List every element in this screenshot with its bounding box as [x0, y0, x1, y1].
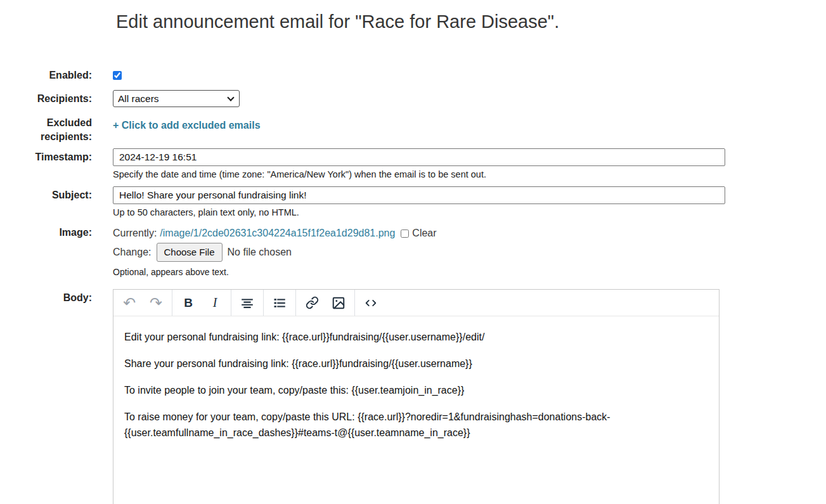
- recipients-label: Recipients:: [0, 90, 92, 106]
- body-label: Body:: [0, 289, 92, 305]
- bold-icon: B: [184, 296, 193, 310]
- recipients-select[interactable]: All racers: [113, 90, 240, 107]
- image-icon: [332, 296, 345, 310]
- add-excluded-emails-link[interactable]: + Click to add excluded emails: [113, 116, 261, 131]
- bullet-list-icon: [273, 296, 287, 310]
- image-change-text: Change:: [113, 245, 152, 260]
- timestamp-help-text: Specify the date and time (time zone: "A…: [113, 169, 725, 179]
- page-title: Edit announcement email for "Race for Ra…: [116, 9, 826, 34]
- redo-button[interactable]: ↷: [143, 293, 169, 313]
- recipients-row: Recipients: All racers: [0, 90, 826, 107]
- body-row: Body: ↶ ↷ B I: [0, 289, 826, 504]
- subject-label: Subject:: [0, 186, 92, 202]
- undo-button[interactable]: ↶: [116, 293, 143, 313]
- undo-icon: ↶: [123, 295, 136, 311]
- choose-file-button[interactable]: Choose File: [157, 243, 223, 262]
- body-rich-text-editor: ↶ ↷ B I: [113, 289, 720, 504]
- bold-button[interactable]: B: [175, 293, 202, 313]
- image-row: Image: Currently: /image/1/2cde02631c304…: [0, 226, 826, 280]
- body-editor-content[interactable]: Edit your personal fundraising link: {{r…: [113, 316, 719, 441]
- subject-row: Subject: Up to 50 characters, plain text…: [0, 186, 826, 217]
- insert-image-button[interactable]: [325, 293, 352, 313]
- toolbar-group-code: [355, 290, 387, 316]
- body-paragraph: To invite people to join your team, copy…: [124, 382, 707, 398]
- timestamp-row: Timestamp: Specify the date and time (ti…: [0, 148, 826, 179]
- bullet-list-button[interactable]: [266, 293, 293, 313]
- image-label: Image:: [0, 226, 92, 240]
- subject-help-text: Up to 50 characters, plain text only, no…: [113, 207, 725, 217]
- italic-button[interactable]: I: [202, 293, 228, 313]
- image-currently-text: Currently:: [113, 226, 157, 241]
- enabled-checkbox[interactable]: [113, 71, 122, 80]
- image-clear-checkbox[interactable]: [401, 229, 409, 238]
- link-icon: [306, 296, 319, 309]
- timestamp-input[interactable]: [113, 148, 725, 166]
- excluded-recipients-row: Excluded recipients: + Click to add excl…: [0, 116, 826, 144]
- image-help-text: Optional, appears above text.: [113, 264, 725, 280]
- code-view-button[interactable]: [358, 293, 384, 313]
- announcement-email-form: Enabled: Recipients: All racers Excluded…: [0, 68, 826, 504]
- toolbar-group-format: B I: [172, 290, 231, 316]
- italic-icon: I: [213, 295, 217, 310]
- toolbar-group-align: [231, 290, 264, 316]
- no-file-chosen-text: No file chosen: [228, 245, 292, 260]
- align-center-button[interactable]: [234, 293, 261, 313]
- subject-input[interactable]: [113, 186, 725, 204]
- image-clear-label: Clear: [412, 226, 436, 241]
- code-icon: [364, 296, 378, 310]
- body-paragraph: Share your personal fundraising link: {{…: [124, 356, 707, 372]
- editor-toolbar: ↶ ↷ B I: [113, 290, 719, 316]
- current-image-link[interactable]: /image/1/2cde02631c304224a15f1f2ea1d29d8…: [160, 226, 395, 241]
- toolbar-group-insert: [296, 290, 355, 316]
- toolbar-group-list: [264, 290, 296, 316]
- excluded-recipients-label: Excluded recipients:: [0, 116, 92, 144]
- enabled-row: Enabled:: [0, 68, 826, 82]
- enabled-label: Enabled:: [0, 68, 92, 82]
- toolbar-group-history: ↶ ↷: [113, 290, 172, 316]
- align-center-icon: [240, 296, 254, 310]
- redo-icon: ↷: [150, 295, 162, 311]
- insert-link-button[interactable]: [299, 293, 325, 313]
- body-paragraph: To raise money for your team, copy/paste…: [124, 409, 707, 441]
- timestamp-label: Timestamp:: [0, 148, 92, 164]
- body-paragraph: Edit your personal fundraising link: {{r…: [124, 329, 707, 345]
